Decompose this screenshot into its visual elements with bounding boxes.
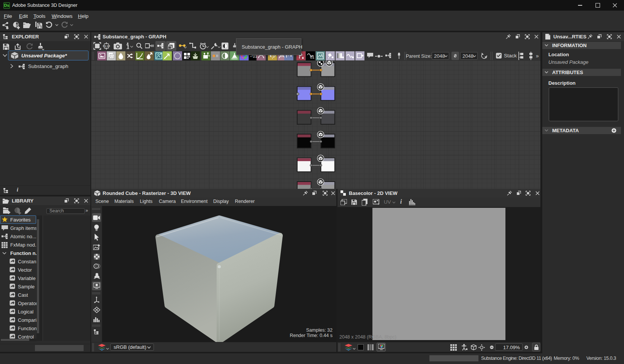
svg-text:1:1: 1:1 bbox=[105, 45, 108, 47]
svg-text:01: 01 bbox=[310, 55, 315, 59]
